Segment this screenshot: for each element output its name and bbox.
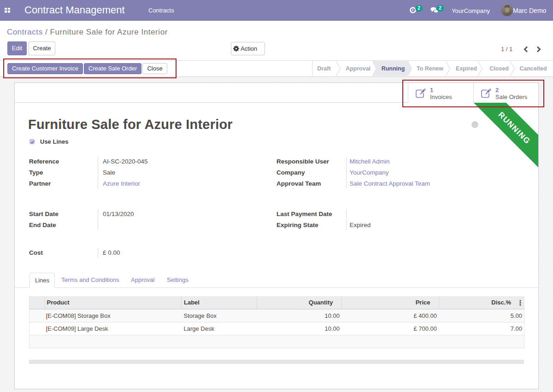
svg-text:Running: Running — [382, 65, 405, 72]
svg-text:To Renew: To Renew — [417, 65, 443, 72]
svg-text:Expired: Expired — [456, 65, 477, 72]
svg-text:Approval: Approval — [346, 65, 371, 72]
svg-text:Cancelled: Cancelled — [519, 65, 547, 72]
svg-text:Closed: Closed — [489, 65, 509, 72]
svg-text:Draft: Draft — [317, 65, 331, 72]
